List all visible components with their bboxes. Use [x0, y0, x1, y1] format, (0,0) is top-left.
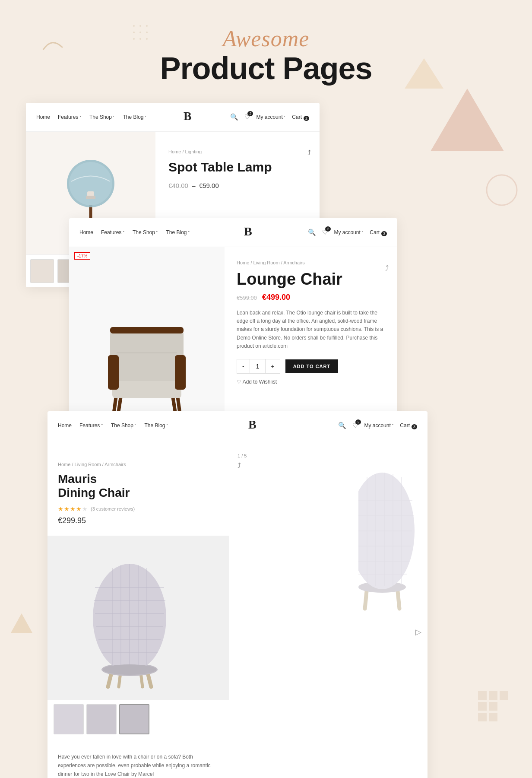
nav-links-1: Home Features The Shop The Blog [36, 114, 147, 120]
search-icon-1[interactable]: 🔍 [230, 113, 238, 121]
lounge-chair-illustration [78, 269, 216, 433]
card-2-price-old: €599.00 [237, 295, 257, 301]
nav-logo-3: B [247, 417, 260, 434]
nav-features-2[interactable]: Features [101, 229, 125, 235]
card-3-breadcrumb: Home / Living Room / Armchairs [58, 462, 218, 467]
svg-rect-38 [175, 355, 186, 390]
nav-account-1[interactable]: My account [256, 114, 286, 120]
wishlist-badge-3: 2 [355, 419, 361, 425]
thumb-3-3[interactable] [119, 704, 149, 734]
svg-rect-40 [110, 327, 184, 333]
card-2-title: Lounge Chair [237, 270, 385, 289]
card-3-info: Home / Living Room / Armchairs Mauris Di… [48, 440, 229, 535]
nav-blog-3[interactable]: The Blog [144, 422, 168, 429]
wishlist-badge-2: 2 [325, 226, 331, 232]
card-dining-chair: Home Features The Shop The Blog B 🔍 ♡ 2 … [48, 411, 428, 778]
card-1-price-from: €40.00 [168, 182, 188, 189]
svg-point-59 [103, 664, 156, 675]
nav-logo-2: B [243, 224, 255, 241]
search-icon-2[interactable]: 🔍 [308, 229, 316, 236]
nav-account-2[interactable]: My account [334, 229, 364, 235]
card-2-image-area: -17% [69, 247, 225, 433]
card-3-partial-image [358, 453, 428, 619]
discount-badge: -17% [74, 252, 90, 260]
partial-chair-illustration [358, 453, 428, 617]
card-2-description: Lean back and relax. The Otio lounge cha… [237, 309, 385, 350]
card-2-qty-control: - 1 + [237, 359, 280, 374]
nav-cart-2[interactable]: Cart 3 [370, 229, 387, 236]
wishlist-icon-2[interactable]: ♡ 2 [322, 229, 328, 236]
card-3-slide-share: 1 / 5 ⤴ [238, 453, 247, 470]
wishlist-icon-1[interactable]: ♡ 2 [244, 113, 250, 121]
nav-actions-1: 🔍 ♡ 2 My account Cart 2 [230, 113, 309, 121]
svg-rect-36 [110, 329, 184, 381]
cart-label-1: Cart [292, 114, 302, 120]
thumb-3-2[interactable] [86, 704, 117, 734]
nav-home-3[interactable]: Home [58, 422, 72, 429]
card-3-price: €299.95 [58, 516, 218, 525]
qty-increase-2[interactable]: + [266, 359, 279, 373]
nav-shop-2[interactable]: The Shop [133, 229, 158, 235]
nav-cart-1[interactable]: Cart 2 [292, 114, 309, 121]
nav-shop-1[interactable]: The Shop [89, 114, 115, 120]
cart-icon-1: 2 [304, 114, 309, 121]
nav-shop-3[interactable]: The Shop [111, 422, 137, 429]
hero-section: Awesome Product Pages [0, 0, 532, 103]
share-icon-2[interactable]: ⤴ [385, 264, 389, 272]
card-3-body: Home / Living Room / Armchairs Mauris Di… [48, 440, 428, 778]
share-icon-1[interactable]: ⤴ [307, 149, 311, 157]
nav-bar-1: Home Features The Shop The Blog B 🔍 ♡ 2 … [26, 103, 320, 132]
card-1-title: Spot Table Lamp [168, 159, 307, 175]
nav-cart-3[interactable]: Cart 3 [400, 422, 417, 429]
nav-blog-2[interactable]: The Blog [166, 229, 190, 235]
card-3-description: Have you ever fallen in love with a chai… [58, 753, 218, 778]
card-2-wishlist[interactable]: ♡ Add to Wishlist [237, 379, 385, 385]
card-3-desc-container: Have you ever fallen in love with a chai… [48, 739, 229, 778]
card-3-thumbnails [48, 700, 229, 739]
nav-home-1[interactable]: Home [36, 114, 50, 120]
wishlist-icon-3[interactable]: ♡ 2 [352, 422, 358, 429]
slide-indicator: 1 / 5 [238, 453, 247, 458]
dining-chair-illustration [73, 544, 203, 691]
reviews-text: (3 customer reviews) [91, 506, 135, 511]
nav-account-3[interactable]: My account [364, 422, 394, 429]
share-icon-3[interactable]: ⤴ [238, 462, 247, 470]
card-3-rating-row: ★★★★★ (3 customer reviews) [58, 505, 218, 513]
svg-rect-37 [108, 355, 119, 390]
svg-text:B: B [184, 109, 192, 123]
search-icon-3[interactable]: 🔍 [338, 422, 346, 429]
hero-title: Product Pages [0, 51, 532, 86]
card-1-price: €40.00 – €59.00 [168, 182, 307, 189]
cart-label-3: Cart [400, 422, 410, 429]
card-2-breadcrumb: Home / Living Room / Armchairs [237, 260, 385, 265]
nav-actions-3: 🔍 ♡ 2 My account Cart 3 [338, 422, 417, 429]
add-to-cart-button-2[interactable]: ADD TO CART [285, 359, 339, 373]
slideshow-next-button[interactable]: ▷ [415, 627, 421, 637]
svg-rect-29 [86, 196, 95, 199]
pages-container: Home Features The Shop The Blog B 🔍 ♡ 2 … [0, 103, 532, 778]
nav-features-1[interactable]: Features [58, 114, 82, 120]
card-3-title: Mauris Dining Chair [58, 472, 218, 500]
nav-features-3[interactable]: Features [79, 422, 103, 429]
card-3-main-image [48, 536, 229, 700]
thumb-1-1[interactable] [30, 259, 54, 283]
card-2-prices: €599.00 €499.00 [237, 293, 385, 302]
svg-text:B: B [244, 225, 252, 238]
qty-decrease-2[interactable]: - [237, 359, 250, 373]
card-2-price-new: €499.00 [262, 293, 290, 302]
nav-blog-1[interactable]: The Blog [123, 114, 147, 120]
card-1-price-to: €59.00 [199, 182, 219, 189]
nav-home-2[interactable]: Home [79, 229, 93, 235]
card-2-add-to-cart-row: - 1 + ADD TO CART [237, 359, 385, 374]
card-3-left-col: Home / Living Room / Armchairs Mauris Di… [48, 440, 229, 778]
wishlist-badge-1: 2 [247, 111, 253, 116]
thumb-3-1[interactable] [54, 704, 84, 734]
qty-value-2: 1 [250, 359, 266, 373]
nav-links-3: Home Features The Shop The Blog [58, 422, 168, 429]
hero-awesome-text: Awesome [0, 26, 532, 51]
card-1-breadcrumb: Home / Lighting [168, 149, 307, 154]
nav-bar-2: Home Features The Shop The Blog B 🔍 ♡ 2 … [69, 218, 397, 247]
svg-text:B: B [248, 418, 256, 431]
card-2-body: -17% [69, 247, 397, 433]
card-2-info: Home / Living Room / Armchairs Lounge Ch… [225, 247, 397, 433]
